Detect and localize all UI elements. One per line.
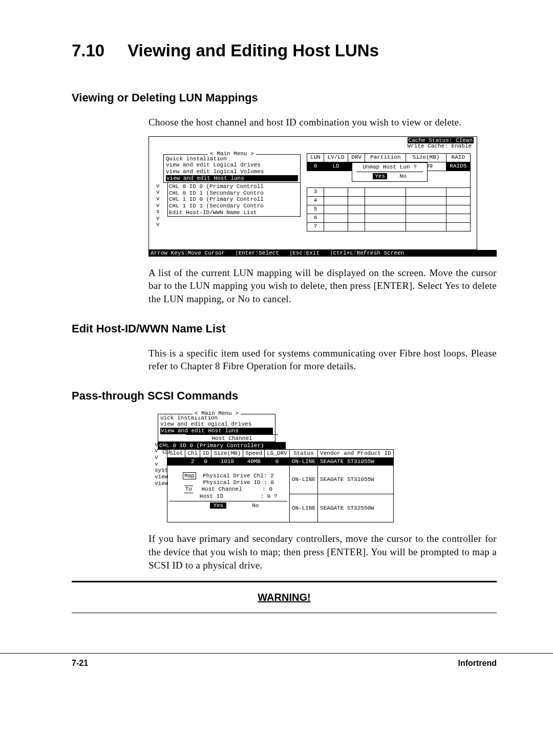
page-number: 7-21 [72, 659, 88, 668]
slot-th: Vendor and Product ID [318, 450, 394, 458]
slot-row: Map Physical Drive Chl: 2 Physical Drive… [167, 466, 394, 494]
slot-th: Size(MB) [211, 450, 243, 458]
main-menu-label: < Main Menu > [193, 410, 241, 417]
paragraph: Choose the host channel and host ID comb… [148, 116, 497, 129]
paragraph: This is a specific item used for systems… [148, 347, 497, 373]
submenu-box: CHL 0 ID 0 (Primary Controll CHL 0 ID 1 … [167, 182, 301, 217]
lun-row[interactable]: 7 [307, 222, 471, 231]
terminal-screenshot-2: v v v v syst view view < Main Menu > uic… [148, 414, 497, 523]
yes-button[interactable]: Yes [373, 173, 387, 179]
no-button[interactable]: No [400, 173, 407, 179]
map-label: Map [183, 472, 196, 479]
submenu-item[interactable]: Edit Host-ID/WWN Name List [169, 209, 299, 216]
map-dialog: Map Physical Drive Chl: 2 Physical Drive… [167, 466, 289, 522]
lun-th: Size(MB) [406, 153, 446, 162]
gutter-letters: v v v v s v v [156, 183, 160, 228]
submenu-item-selected[interactable]: CHL 0 ID 0 (Primary Controll [169, 183, 299, 190]
main-menu-box: < Main Menu > uick installation view and… [158, 414, 275, 443]
subheading-passthrough: Pass-through SCSI Commands [72, 389, 497, 403]
terminal-screenshot-1: Cache Status: Clean Write Cache: Enable … [148, 136, 497, 257]
subheading-viewing: Viewing or Deleting LUN Mappings [72, 91, 497, 104]
to-label: To [184, 486, 193, 493]
page-footer: 7-21 Infortrend [0, 653, 553, 688]
slot-th: Speed [243, 450, 265, 458]
lun-row[interactable]: 5 [307, 205, 471, 214]
submenu-item[interactable]: CHL 0 ID 1 (Secondary Contro [169, 190, 299, 197]
slot-th: ID [200, 450, 211, 458]
menu-item[interactable]: view and edit logical Volumes [166, 169, 298, 175]
menu-item-selected[interactable]: view and edit Host luns [160, 428, 273, 434]
unmap-dialog: Unmap Host Lun ? Yes No [352, 162, 428, 182]
warning-heading: WARNING! [72, 592, 497, 603]
cache-status: Cache Status: Clean Write Cache: Enable [408, 138, 474, 149]
lun-row[interactable]: 6 [307, 214, 471, 222]
status-bar: Arrow Keys:Move Cursor |Enter:Select |Es… [148, 250, 497, 257]
slot-th: Status [289, 450, 317, 458]
slot-table: Slot Chl ID Size(MB) Speed LG_DRV Status… [167, 449, 394, 522]
paragraph: A list of the current LUN mapping will b… [148, 266, 497, 306]
menu-item[interactable]: view and edit ogical drives [160, 421, 273, 428]
slot-th: LG_DRV [265, 450, 290, 458]
lun-th: LV/LD [324, 153, 348, 162]
slot-th: Chl [185, 450, 200, 458]
menu-item-selected[interactable]: view and edit Host luns [166, 175, 298, 182]
c-label: C [163, 446, 169, 454]
section-number: 7.10 [72, 41, 123, 60]
lun-row[interactable]: 3 [307, 187, 471, 196]
main-menu-label: < Main Menu > [208, 151, 256, 157]
slot-th: Slot [167, 450, 185, 458]
host-channel-row[interactable]: CHL 0 ID 0 (Primary Controller) [158, 442, 286, 450]
lun-row[interactable]: 4 [307, 196, 471, 205]
divider [72, 581, 497, 582]
menu-item[interactable]: view and edit Logical drives [166, 162, 298, 169]
brand-name: Infortrend [458, 659, 497, 668]
lun-th: RAID [446, 153, 470, 162]
no-button[interactable]: No [252, 502, 259, 509]
lun-th: LUN [307, 153, 324, 162]
paragraph: If you have primary and secondary contro… [148, 532, 497, 572]
section-title: Viewing and Editing Host LUNs [127, 41, 379, 60]
submenu-item[interactable]: CHL 1 ID 1 (Secondary Contro [169, 203, 299, 209]
page-heading: 7.10 Viewing and Editing Host LUNs [72, 41, 497, 60]
main-menu-box: < Main Menu > Quick installation view an… [163, 154, 301, 183]
dialog-title: Unmap Host Lun ? [356, 164, 423, 173]
lun-th: Partition [365, 153, 406, 162]
yes-button[interactable]: Yes [210, 502, 226, 509]
host-channel-label: Host Channel [186, 434, 278, 442]
subheading-edit: Edit Host-ID/WWN Name List [72, 322, 497, 335]
lun-th: DRV [348, 153, 365, 162]
submenu-item[interactable]: CHL 1 ID 0 (Primary Controll [169, 196, 299, 203]
divider [72, 613, 497, 613]
slot-row-selected[interactable]: 2 0 1010 40MB 0 ON-LINE SEAGATE ST31055W [167, 457, 394, 466]
